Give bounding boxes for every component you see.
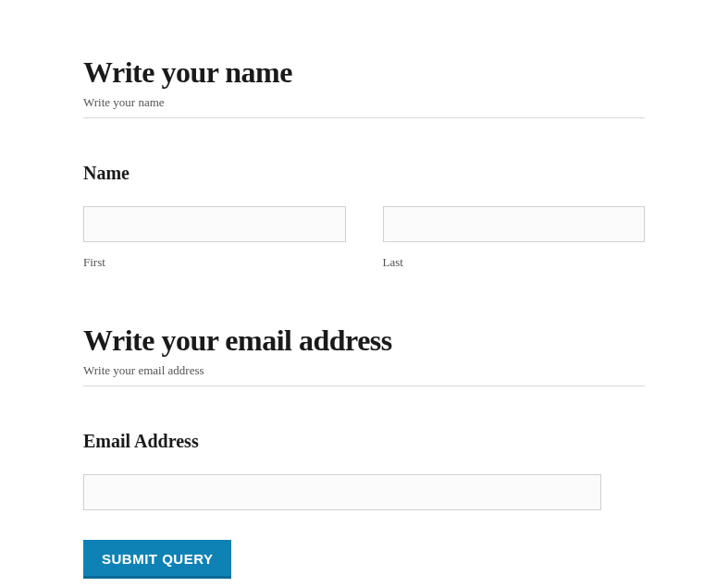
name-section-heading: Write your name (83, 55, 645, 90)
last-name-column: Last (383, 206, 646, 270)
name-field-label: Name (83, 163, 645, 184)
first-name-column: First (83, 206, 346, 270)
last-name-sublabel: Last (383, 255, 646, 270)
email-section-subtext: Write your email address (83, 363, 645, 378)
name-section-subtext: Write your name (83, 95, 645, 110)
divider (83, 117, 645, 118)
email-field-label: Email Address (83, 431, 645, 452)
first-name-input[interactable] (83, 206, 346, 242)
first-name-sublabel: First (83, 255, 346, 270)
email-input-wrapper (83, 474, 645, 510)
submit-button[interactable]: SUBMIT QUERY (83, 540, 231, 579)
name-input-row: First Last (83, 206, 645, 270)
divider (83, 385, 645, 386)
email-input[interactable] (83, 474, 601, 510)
email-section-heading: Write your email address (83, 324, 645, 358)
last-name-input[interactable] (383, 206, 646, 242)
